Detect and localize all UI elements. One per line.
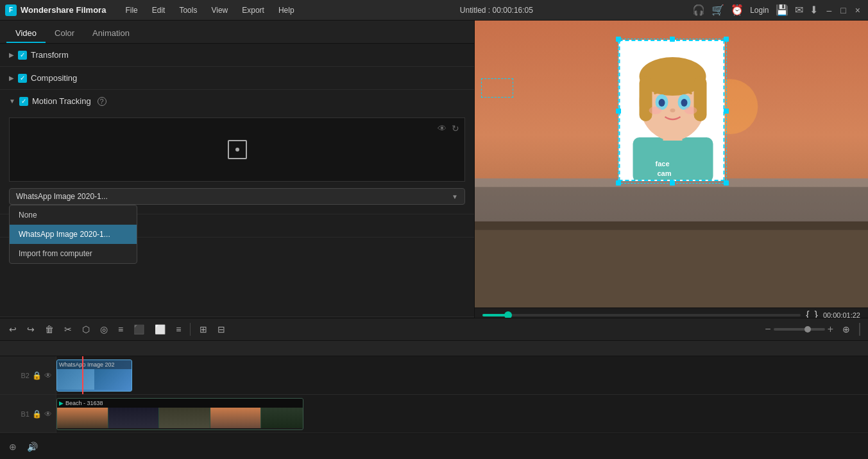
text-button[interactable]: ≡ [114,322,127,337]
main-area: Video Color Animation ▶ ✓ Transform ▶ ✓ … [0,21,868,343]
maximize-button[interactable]: □ [838,5,848,15]
compositing-arrow: ▶ [9,74,14,82]
tab-color[interactable]: Color [46,24,83,43]
dropdown-selected-value: WhatsApp Image 2020-1... [16,192,108,201]
compositing-section: ▶ ✓ Compositing [0,67,474,90]
bottom-section: ↩ ↪ 🗑 ✂ ⬡ ◎ ≡ ⬛ ⬜ ≡ ⊞ ⊟ − + ⊕ 00:00:01:0… [0,318,868,459]
headphones-icon[interactable]: 🎧 [692,4,705,16]
crop-button[interactable]: ⬡ [78,322,94,337]
mail-icon[interactable]: ✉ [795,4,803,16]
avatar-clip[interactable]: WhatsApp Image 202 [56,359,132,392]
clock-icon[interactable]: ⏰ [731,4,744,16]
compositing-header[interactable]: ▶ ✓ Compositing [0,67,474,89]
fit-button[interactable]: ⊟ [214,322,229,337]
motion-tracking-label: Motion Tracking [32,96,91,106]
dropdown-item-import[interactable]: Import from computer [10,244,137,263]
adjust-button[interactable]: ≡ [172,322,185,337]
dropdown-item-whatsapp[interactable]: WhatsApp Image 2020-1... [10,225,137,244]
timeline-audio-button[interactable]: 🔊 [24,439,40,455]
undo-button[interactable]: ↩ [5,322,21,337]
motion-tracking-preview: 👁 ↻ [9,117,465,182]
menu-edit[interactable]: Edit [146,3,172,17]
menu-export[interactable]: Export [235,3,271,17]
zoom-out-icon[interactable]: − [765,324,770,335]
track-b2-eye[interactable]: 👁 [44,371,52,380]
transform-label: Transform [31,50,69,60]
track-b2-controls: B2 🔒 👁 [0,356,56,394]
track-b1-lock[interactable]: 🔒 [32,410,42,419]
menu-file[interactable]: File [119,3,144,17]
topbar: F Wondershare Filmora File Edit Tools Vi… [0,0,868,21]
track-b1-num: B1 [21,410,30,418]
app-name: Wondershare Filmora [21,5,106,15]
timeline-add-track-button[interactable]: ⊕ [6,439,19,455]
beach-thumb-1 [57,408,108,428]
menu-tools[interactable]: Tools [173,3,203,17]
logo-icon: F [5,4,17,16]
motion-tracking-header[interactable]: ▼ ✓ Motion Tracking ? [0,90,474,112]
beach-thumb-3 [159,408,210,428]
avatar-svg: face cam [620,41,724,181]
motion-tracking-arrow: ▼ [9,98,15,105]
close-button[interactable]: × [853,5,863,15]
cart-icon[interactable]: 🛒 [711,4,724,16]
cut-button[interactable]: ✂ [60,322,76,337]
app-logo: F Wondershare Filmora [5,4,106,16]
clip-dropdown[interactable]: WhatsApp Image 2020-1... ▼ [9,188,465,205]
tab-animation[interactable]: Animation [83,24,139,43]
svg-point-18 [649,107,661,114]
svg-point-16 [681,99,687,107]
svg-rect-2 [475,221,868,307]
track-b1-eye[interactable]: 👁 [44,410,52,419]
download-icon[interactable]: ⬇ [810,4,818,16]
transform-header[interactable]: ▶ ✓ Transform [0,44,474,66]
add-track-button[interactable]: ⊕ [838,322,854,337]
avatar-thumb-2 [94,369,132,390]
tab-video[interactable]: Video [6,24,46,43]
eye-off-icon[interactable]: 👁 [438,123,447,134]
svg-text:face: face [655,160,669,168]
track-b1: B1 🔒 👁 ▶ Beach - 31638 [0,395,868,433]
track-b2: B2 🔒 👁 ✂ WhatsApp Image 202 [0,356,868,395]
motion-tracking-content: 👁 ↻ WhatsApp Image 2020-1... ▼ [0,112,474,214]
motion-tracking-section: ▼ ✓ Motion Tracking ? 👁 ↻ [0,90,474,214]
motion-tracking-info-icon[interactable]: ? [98,97,106,106]
delete-button[interactable]: 🗑 [41,322,58,337]
motion-tracking-checkbox[interactable]: ✓ [19,97,28,106]
track-b1-content: ▶ Beach - 31638 [56,395,868,433]
save-icon[interactable]: 💾 [776,4,788,16]
svg-point-15 [658,99,665,107]
compositing-checkbox[interactable]: ✓ [18,74,27,83]
clip-dropdown-container: WhatsApp Image 2020-1... ▼ None WhatsApp… [9,188,465,205]
right-panel: face cam [475,21,868,343]
svg-rect-5 [633,137,713,181]
refresh-icon[interactable]: ↻ [452,123,459,134]
compositing-label: Compositing [31,73,77,83]
svg-text:cam: cam [657,169,671,177]
minimize-button[interactable]: – [824,5,835,15]
zoom-thumb[interactable] [804,326,811,333]
menu-view[interactable]: View [205,3,234,17]
menu-help[interactable]: Help [272,3,301,17]
clip-dropdown-menu: None WhatsApp Image 2020-1... Import fro… [9,205,137,264]
beach-thumb-2 [108,408,160,428]
toolbar: ↩ ↪ 🗑 ✂ ⬡ ◎ ≡ ⬛ ⬜ ≡ ⊞ ⊟ − + ⊕ [0,318,868,341]
transform-checkbox[interactable]: ✓ [18,51,27,60]
track-b2-num: B2 [21,372,30,379]
split-button[interactable]: ⬛ [130,322,148,337]
redo-button[interactable]: ↪ [23,322,38,337]
track-b1-controls: B1 🔒 👁 [0,395,56,433]
effects-button[interactable]: ◎ [96,322,112,337]
zoom-in-icon[interactable]: + [828,324,833,335]
video-clip[interactable]: ▶ Beach - 31638 [56,398,303,430]
timeline-tracks: B2 🔒 👁 ✂ WhatsApp Image 202 [0,356,868,433]
snap-button[interactable]: ⊞ [196,322,211,337]
progress-bar[interactable] [482,314,801,316]
zoom-slider[interactable] [774,328,825,331]
login-button[interactable]: Login [750,6,769,15]
dropdown-item-none[interactable]: None [10,205,137,225]
avatar-clip-thumbs [57,369,132,390]
toolbar-divider [190,323,191,336]
speed-button[interactable]: ⬜ [151,322,169,337]
track-b2-lock[interactable]: 🔒 [32,371,42,380]
